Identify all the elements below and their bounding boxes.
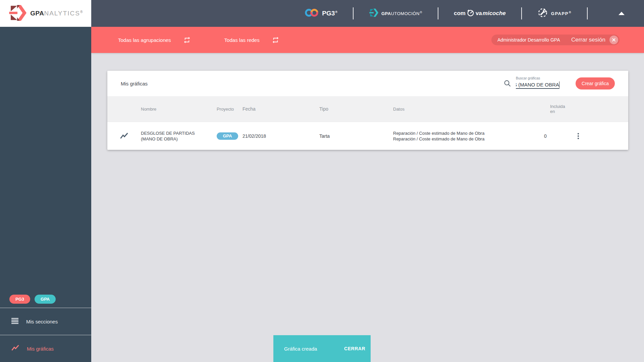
gpautomocion-logo[interactable]: GPAUTOMOCIÓN® [369,8,422,18]
swap-networks-icon[interactable] [272,36,279,44]
search-input[interactable] [516,81,559,89]
gpautomocion-label: GPAUTOMOCIÓN® [381,11,422,16]
pg3-infinity-icon [304,7,319,19]
search-label: Buscar gráficas [516,76,540,80]
top-header: GPANALYTICS® PG3® [0,0,644,27]
sidebar-item-mis-secciones[interactable]: Mis secciones [0,308,91,335]
column-datos: Datos [393,106,533,112]
column-fecha: Fecha [243,106,319,112]
search-field: Buscar gráficas [516,76,559,89]
chart-line-icon [11,345,19,353]
row-data: Reparación / Coste estimado de Mano de O… [393,130,533,142]
partner-logo-bar: PG3® GPAUTOMOCIÓN® com [91,0,644,27]
user-session-pill: Administrador Desarrollo GPA Cerrar sesi… [491,35,620,45]
sidebar-badges: PG3 GPA [9,295,56,304]
badge-gpa[interactable]: GPA [35,295,56,304]
gpanalytics-wordmark: GPANALYTICS® [30,10,83,17]
text-caret [559,81,559,88]
gpapp-logo[interactable]: GPAPP® [537,7,572,19]
page-title: Mis gráficas [121,81,148,86]
row-chart-icon [107,132,141,139]
row-name: DESGLOSE DE PARTIDAS (MANO DE OBRA) [141,130,217,142]
filter-bar: Todas las agrupaciones Todas las redes A… [91,27,644,53]
toast-snackbar: Gráfica creada CERRAR [273,335,371,362]
filter-groupings[interactable]: Todas las agrupaciones [118,37,171,43]
sections-menu-icon [11,318,19,325]
pg3-logo[interactable]: PG3® [304,7,337,19]
row-data-line: Reparación / Coste estimado de Mano de O… [393,136,533,142]
row-data-line: Reparación / Coste estimado de Mano de O… [393,130,533,136]
gpautomocion-arrow-icon [369,8,378,18]
divider [521,7,522,19]
charts-card: Mis gráficas Buscar gráficas Crear gráfi… [107,71,628,150]
divider [438,7,438,19]
search-icon[interactable] [503,79,512,87]
row-project: GPA [217,132,243,140]
row-type: Tarta [319,133,393,139]
gpanalytics-arrow-icon [8,5,26,22]
toast-close-button[interactable]: CERRAR [344,346,365,351]
logout-close-icon[interactable] [609,36,618,44]
sidebar-item-mis-graficas[interactable]: Mis gráficas [0,335,91,362]
table-row[interactable]: DESGLOSE DE PARTIDAS (MANO DE OBRA) GPA … [107,122,628,150]
gpapp-label: GPAPP® [551,11,572,16]
table-header: Nombre Proyecto Fecha Tipo Datos Incluid… [107,96,628,122]
card-header: Mis gráficas Buscar gráficas Crear gráfi… [107,71,628,96]
row-included-in: 0 [533,133,567,139]
collapse-header-button[interactable] [619,12,625,15]
sidebar-item-label: Mis secciones [26,319,58,324]
create-chart-button[interactable]: Crear gráfica [576,77,615,89]
project-badge: GPA [217,132,238,140]
badge-pg3[interactable]: PG3 [9,295,30,304]
toast-message: Gráfica creada [284,346,317,352]
logout-button[interactable]: Cerrar sesión [571,37,605,43]
column-nombre: Nombre [141,106,217,112]
comprovamicoche-logo[interactable]: com vamicoche [454,8,506,19]
sidebar-item-label: Mis gráficas [27,346,54,352]
stopwatch-icon [466,8,475,19]
sidebar: PG3 GPA Mis secciones Mis gráficas [0,27,91,362]
row-menu-kebab-icon[interactable] [576,133,581,139]
divider [353,7,354,19]
pg3-label: PG3® [322,10,337,17]
row-date: 21/02/2018 [243,133,319,139]
column-proyecto: Proyecto [217,107,243,112]
gpanalytics-logo[interactable]: GPANALYTICS® [0,0,91,27]
gpapp-wrench-icon [537,7,548,19]
comprovamicoche-label: com vamicoche [454,8,506,19]
column-incluida-en: Incluida en [533,104,567,114]
column-tipo: Tipo [319,106,393,112]
swap-groupings-icon[interactable] [183,36,191,44]
sidebar-nav: Mis secciones Mis gráficas [0,308,91,362]
divider [587,7,588,19]
user-name: Administrador Desarrollo GPA [497,37,560,43]
filter-networks[interactable]: Todas las redes [224,37,260,43]
